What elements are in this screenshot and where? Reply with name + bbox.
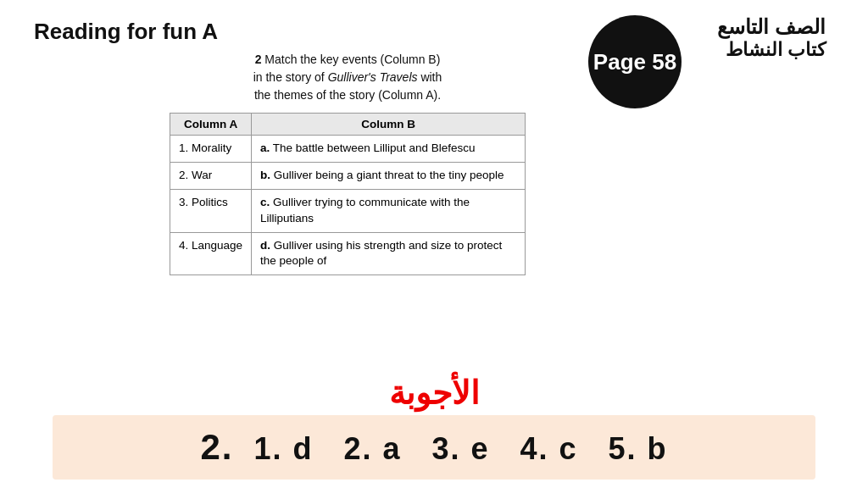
answers-section: الأجوبة 2. 1. d 2. a 3. e 4. c 5. b	[0, 374, 868, 480]
answers-text: 2. 1. d 2. a 3. e 4. c 5. b	[200, 427, 667, 468]
page-badge: Page 58	[588, 15, 682, 108]
matching-table: Column A Column B 1. Moralitya. The batt…	[170, 113, 526, 275]
col-b-cell: d. Gulliver using his strength and size …	[252, 232, 526, 275]
table-row: 3. Politicsc. Gulliver trying to communi…	[170, 189, 526, 232]
table-row: 2. Warb. Gulliver being a giant threat t…	[170, 162, 526, 189]
column-a-header: Column A	[170, 114, 252, 136]
col-a-cell: 1. Morality	[170, 136, 252, 163]
arabic-labels: الصف التاسع كتاب النشاط	[717, 15, 826, 61]
col-b-cell: a. The battle between Lilliput and Blefe…	[252, 136, 526, 163]
answer-prefix-num: 2.	[200, 427, 233, 467]
answers-box: 2. 1. d 2. a 3. e 4. c 5. b	[53, 415, 815, 480]
exercise-instruction: 2 Match the key events (Column B) in the…	[170, 51, 526, 104]
col-a-cell: 3. Politics	[170, 189, 252, 232]
col-a-cell: 4. Language	[170, 232, 252, 275]
main-content: 2 Match the key events (Column B) in the…	[170, 51, 526, 275]
answers-arabic-label: الأجوبة	[389, 374, 480, 412]
col-a-cell: 2. War	[170, 162, 252, 189]
arabic-line2: كتاب النشاط	[717, 39, 826, 61]
page-title: Reading for fun A	[34, 19, 218, 45]
col-b-cell: b. Gulliver being a giant threat to the …	[252, 162, 526, 189]
table-row: 4. Languaged. Gulliver using his strengt…	[170, 232, 526, 275]
exercise-number: 2	[255, 53, 262, 66]
arabic-line1: الصف التاسع	[717, 15, 826, 39]
column-b-header: Column B	[252, 114, 526, 136]
col-b-cell: c. Gulliver trying to communicate with t…	[252, 189, 526, 232]
table-row: 1. Moralitya. The battle between Lillipu…	[170, 136, 526, 163]
